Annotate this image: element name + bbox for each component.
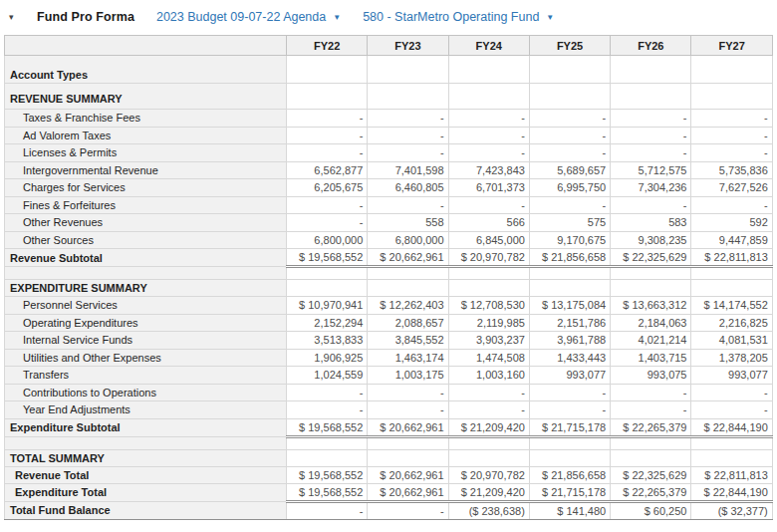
value-cell: 7,627,526	[691, 179, 772, 197]
value-cell: ($ 238,638)	[448, 501, 529, 519]
value-cell: $ 141,480	[529, 501, 610, 519]
value-cell: $ 22,265,379	[611, 418, 691, 436]
value-cell: -	[691, 196, 772, 214]
chevron-down-icon: ▼	[333, 12, 341, 22]
value-cell: $ 12,262,403	[368, 297, 448, 315]
fund-label: 580 - StarMetro Operating Fund	[363, 10, 539, 24]
value-cell	[691, 436, 772, 449]
row-label-cell: Fines & Forfeitures	[5, 196, 287, 214]
table-row: Account Types	[5, 56, 773, 84]
value-cell	[287, 436, 368, 449]
value-cell: -	[448, 401, 529, 419]
value-cell: $ 21,209,420	[448, 418, 529, 436]
value-cell	[287, 280, 368, 297]
table-row: Intergovernmental Revenue6,562,8777,401,…	[5, 161, 773, 179]
row-label-cell: Other Sources	[5, 231, 287, 249]
fund-dropdown[interactable]: 580 - StarMetro Operating Fund ▼	[363, 10, 554, 24]
row-label-cell: Utilities and Other Expenses	[5, 349, 287, 367]
table-row: Revenue Subtotal$ 19,568,552$ 20,662,961…	[5, 249, 773, 267]
value-cell	[611, 267, 691, 280]
value-cell: 5,735,836	[691, 161, 772, 179]
value-cell: 9,308,235	[611, 231, 691, 249]
value-cell: $ 22,811,813	[691, 466, 772, 484]
value-cell: $ 20,970,782	[448, 466, 529, 484]
value-cell	[529, 267, 610, 280]
value-cell: 5,712,575	[611, 161, 691, 179]
value-cell: 1,474,508	[448, 349, 529, 367]
value-cell: 9,170,675	[529, 231, 610, 249]
value-cell: 558	[368, 214, 448, 232]
value-cell: -	[448, 384, 529, 401]
value-cell: -	[287, 144, 368, 162]
value-cell: 993,077	[529, 367, 610, 385]
value-cell: -	[529, 110, 610, 128]
row-label-cell: Revenue Total	[5, 466, 287, 484]
value-cell	[529, 436, 610, 449]
value-cell: -	[287, 110, 368, 128]
value-cell: 6,701,373	[448, 179, 529, 197]
value-cell: $ 22,265,379	[611, 484, 691, 502]
table-row: Other Sources6,800,0006,800,0006,845,000…	[5, 231, 773, 249]
value-cell	[611, 436, 691, 449]
value-cell: -	[611, 384, 691, 401]
chevron-down-icon: ▼	[546, 12, 554, 22]
row-label-cell: Revenue Subtotal	[5, 249, 287, 267]
value-cell: -	[368, 144, 448, 162]
row-label-cell: Intergovernmental Revenue	[5, 161, 287, 179]
value-cell: $ 22,811,813	[691, 249, 772, 267]
value-cell: 3,903,237	[448, 332, 529, 350]
table-row: Expenditure Total$ 19,568,552$ 20,662,96…	[5, 484, 773, 502]
row-label-cell: TOTAL SUMMARY	[5, 449, 287, 466]
value-cell: -	[287, 214, 368, 232]
value-cell: 3,513,833	[287, 332, 368, 350]
value-cell: 566	[448, 214, 529, 232]
value-cell: $ 10,970,941	[287, 297, 368, 315]
value-cell: -	[529, 144, 610, 162]
value-cell: $ 12,708,530	[448, 297, 529, 315]
value-cell: $ 21,856,658	[529, 249, 610, 267]
column-header: FY24	[448, 36, 529, 56]
value-cell: 4,081,531	[691, 332, 772, 350]
value-cell	[448, 449, 529, 466]
value-cell: $ 13,175,084	[529, 297, 610, 315]
row-label-cell: Operating Expenditures	[5, 314, 287, 332]
value-cell: -	[448, 144, 529, 162]
value-cell: ($ 32,377)	[691, 501, 772, 519]
table-row	[5, 436, 773, 449]
value-cell	[287, 84, 368, 110]
value-cell: -	[529, 127, 610, 144]
value-cell: $ 20,662,961	[368, 418, 448, 436]
row-label-cell: Expenditure Total	[5, 484, 287, 502]
table-row: REVENUE SUMMARY	[5, 84, 773, 110]
value-cell	[448, 56, 529, 84]
value-cell: 583	[611, 214, 691, 232]
table-row: Revenue Total$ 19,568,552$ 20,662,961$ 2…	[5, 466, 773, 484]
value-cell: 7,304,236	[611, 179, 691, 197]
table-row: Contributions to Operations------	[5, 384, 773, 401]
value-cell	[529, 84, 610, 110]
row-label-cell: Internal Service Funds	[5, 332, 287, 350]
collapse-caret-icon[interactable]: ▾	[9, 12, 27, 22]
value-cell	[287, 449, 368, 466]
value-cell: 6,562,877	[287, 161, 368, 179]
value-cell: $ 13,663,312	[611, 297, 691, 315]
table-row: Ad Valorem Taxes------	[5, 127, 773, 144]
value-cell: -	[529, 384, 610, 401]
value-cell: 1,024,559	[287, 367, 368, 385]
value-cell: -	[368, 384, 448, 401]
budget-version-dropdown[interactable]: 2023 Budget 09-07-22 Agenda ▼	[156, 10, 341, 24]
value-cell: $ 22,325,629	[611, 249, 691, 267]
row-label-cell: Account Types	[5, 56, 287, 84]
value-cell: $ 21,715,178	[529, 418, 610, 436]
table-row	[5, 267, 773, 280]
value-cell: -	[611, 110, 691, 128]
row-label-cell: Charges for Services	[5, 179, 287, 197]
table-row: Fines & Forfeitures------	[5, 196, 773, 214]
value-cell: -	[611, 127, 691, 144]
value-cell: $ 19,568,552	[287, 418, 368, 436]
value-cell	[611, 84, 691, 110]
value-cell: 592	[691, 214, 772, 232]
value-cell: 6,995,750	[529, 179, 610, 197]
value-cell: 2,151,786	[529, 314, 610, 332]
row-label-cell: REVENUE SUMMARY	[5, 84, 287, 110]
